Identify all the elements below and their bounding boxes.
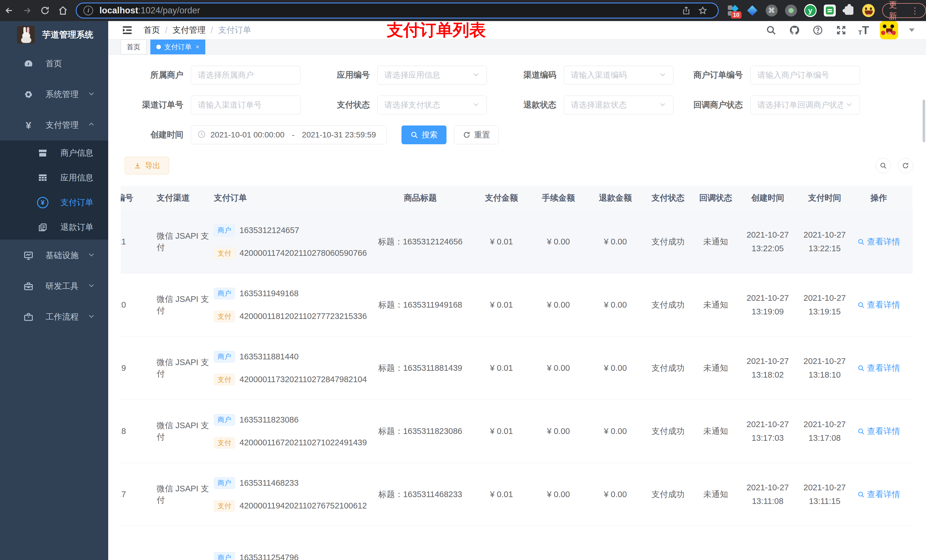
sidebar-item-devtools[interactable]: 研发工具 xyxy=(0,271,108,302)
sidebar-item-app-info[interactable]: 应用信息 xyxy=(0,165,108,190)
sidebar-item-refund-order[interactable]: 退款订单 xyxy=(0,215,108,240)
view-detail-link[interactable]: 查看详情 xyxy=(857,236,900,248)
merchant-tag: 商户 xyxy=(214,414,235,426)
home-icon[interactable] xyxy=(54,3,72,18)
breadcrumb-separator: / xyxy=(211,26,213,35)
merchant-input[interactable] xyxy=(191,66,300,85)
tab-close-icon[interactable]: × xyxy=(196,43,199,51)
font-size-icon[interactable]: TT xyxy=(858,24,869,36)
back-icon[interactable] xyxy=(0,3,18,18)
avatar-caret-icon[interactable] xyxy=(909,29,915,32)
pay-status-select[interactable]: 请选择支付状态 xyxy=(377,96,487,115)
profile-avatar-icon[interactable] xyxy=(862,4,875,17)
url-bar[interactable]: i localhost:1024/pay/order xyxy=(76,3,719,18)
document-copy-icon xyxy=(36,221,49,234)
refresh-table-button[interactable] xyxy=(898,158,913,173)
chevron-up-icon xyxy=(88,121,95,130)
sidebar-item-pay-order[interactable]: ¥ 支付订单 xyxy=(0,190,108,215)
chrome-update-chip[interactable]: 更新 ⋮ xyxy=(882,3,926,18)
show-search-icon-button[interactable] xyxy=(876,158,891,173)
extension-command-icon[interactable]: ⌘ xyxy=(766,4,778,17)
site-info-icon[interactable]: i xyxy=(83,6,93,15)
help-icon[interactable] xyxy=(811,24,824,36)
view-detail-link[interactable]: 查看详情 xyxy=(857,299,900,311)
extension-layers-icon[interactable]: 10 xyxy=(727,4,739,17)
title-value: 1635311949168 xyxy=(403,300,462,309)
col-channel: 支付渠道 xyxy=(144,192,214,204)
extension-chat-icon[interactable] xyxy=(823,4,836,17)
update-label: 更新 xyxy=(889,0,905,22)
chrome-menu-icon[interactable]: ⋮ xyxy=(911,6,919,16)
date-end[interactable]: 2021-10-31 23:59:59 xyxy=(302,130,376,139)
fullscreen-icon[interactable] xyxy=(835,24,847,36)
cell-action: 查看详情 xyxy=(853,236,904,248)
cell-notify: 未通知 xyxy=(692,489,739,500)
page-scrollbar-thumb[interactable] xyxy=(923,100,925,142)
sidebar-item-system[interactable]: 系统管理 xyxy=(0,79,108,110)
extension-y-icon[interactable]: y xyxy=(804,4,817,17)
orders-table: 编号 支付渠道 支付订单 商品标题 支付金额 手续金额 退款金额 支付状态 回调… xyxy=(121,186,913,560)
filter-merchant-order-no: 商户订单编号 xyxy=(684,66,860,85)
browser-chrome: i localhost:1024/pay/order 10 ⌘ y 更新 xyxy=(0,0,926,21)
export-button-label: 导出 xyxy=(145,160,160,171)
sidebar: 芋道管理系统 首页 系统管理 ¥ 支付管理 xyxy=(0,21,108,560)
sidebar-logo[interactable]: 芋道管理系统 xyxy=(0,21,108,48)
merchant-order-no-input[interactable] xyxy=(750,66,860,85)
date-start[interactable]: 2021-10-01 00:00:00 xyxy=(210,130,284,139)
cell-action: 查看详情 xyxy=(853,426,904,437)
reset-button[interactable]: 重置 xyxy=(454,125,499,144)
channel-order-no-field[interactable] xyxy=(198,100,293,110)
share-icon[interactable] xyxy=(678,6,694,15)
view-detail-link[interactable]: 查看详情 xyxy=(857,426,900,437)
cell-status: 支付成功 xyxy=(644,426,692,437)
merchant-tag: 商户 xyxy=(214,351,235,362)
merchant-input-field[interactable] xyxy=(198,71,293,80)
forward-icon[interactable] xyxy=(18,3,36,18)
url-text[interactable]: localhost:1024/pay/order xyxy=(99,5,678,16)
notify-status-select[interactable]: 请选择订单回调商户状态 xyxy=(750,96,860,115)
app-shell: 芋道管理系统 首页 系统管理 ¥ 支付管理 xyxy=(0,21,926,560)
filter-app: 应用编号 请选择应用信息 xyxy=(311,66,487,85)
extensions-strip: 10 ⌘ y xyxy=(727,4,875,17)
monitor-chart-icon xyxy=(22,249,35,262)
breadcrumb-home[interactable]: 首页 xyxy=(144,24,160,36)
bookmark-star-icon[interactable] xyxy=(694,6,711,15)
tab-pay-order[interactable]: 支付订单 × xyxy=(150,39,205,54)
breadcrumb-payment[interactable]: 支付管理 xyxy=(172,24,206,36)
cell-refund: ¥ 0.00 xyxy=(587,490,644,499)
chevron-down-icon xyxy=(88,251,95,260)
cell-channel: 微信 JSAPI 支付 xyxy=(144,483,214,506)
filter-row-2: 渠道订单号 支付状态 请选择支付状态 退款状态 xyxy=(125,96,913,115)
tab-home[interactable]: 首页 xyxy=(121,39,146,54)
reset-button-label: 重置 xyxy=(474,130,490,140)
cell-notify: 未通知 xyxy=(692,426,739,437)
channel-order-no-input[interactable] xyxy=(191,96,300,115)
github-icon[interactable] xyxy=(788,24,801,36)
sidebar-item-home[interactable]: 首页 xyxy=(0,48,108,79)
extension-kite-icon[interactable] xyxy=(746,4,758,17)
view-detail-link[interactable]: 查看详情 xyxy=(857,362,900,374)
date-range-picker[interactable]: 2021-10-01 00:00:00 - 2021-10-31 23:59:5… xyxy=(191,125,387,144)
view-detail-label: 查看详情 xyxy=(867,362,900,374)
sidebar-item-workflow[interactable]: 工作流程 xyxy=(0,302,108,332)
collapse-sidebar-icon[interactable] xyxy=(121,24,134,37)
pay-tag: 支付 xyxy=(214,311,235,322)
col-pay-time: 支付时间 xyxy=(796,191,853,205)
export-button[interactable]: 导出 xyxy=(125,157,169,174)
channel-code-select[interactable]: 请输入渠道编码 xyxy=(564,66,673,85)
cell-channel: 微信 JSAPI 支付 xyxy=(144,420,214,443)
search-icon[interactable] xyxy=(765,24,777,36)
sidebar-item-infra[interactable]: 基础设施 xyxy=(0,240,108,271)
sidebar-item-payment[interactable]: ¥ 支付管理 xyxy=(0,110,108,140)
view-detail-link[interactable]: 查看详情 xyxy=(857,489,900,500)
merchant-order-no-field[interactable] xyxy=(757,71,853,80)
user-avatar[interactable] xyxy=(880,21,898,39)
extension-dot-icon[interactable] xyxy=(785,4,797,17)
search-button[interactable]: 搜索 xyxy=(401,125,446,144)
refund-status-select[interactable]: 请选择退款状态 xyxy=(564,96,673,115)
reload-icon[interactable] xyxy=(36,3,54,18)
sidebar-item-merchant-info[interactable]: 商户信息 xyxy=(0,140,108,165)
extensions-puzzle-icon[interactable] xyxy=(843,4,855,17)
app-select[interactable]: 请选择应用信息 xyxy=(377,66,487,85)
cell-refund: ¥ 0.00 xyxy=(587,237,644,246)
